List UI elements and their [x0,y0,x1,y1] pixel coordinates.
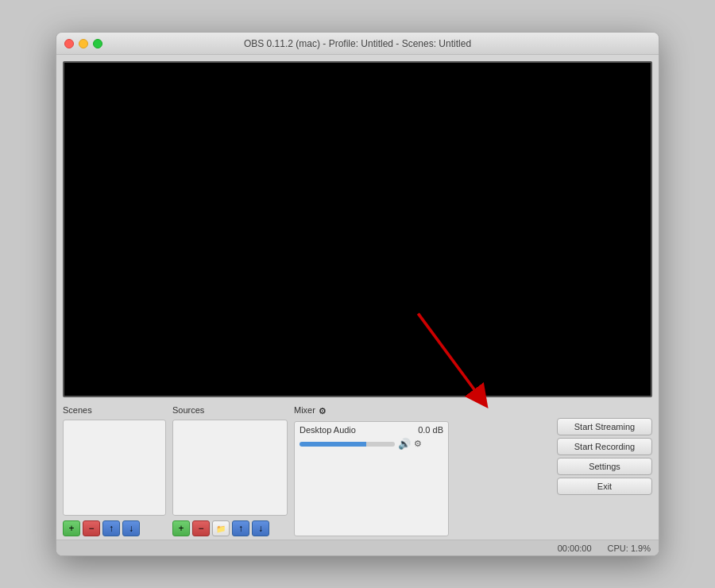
scenes-add-button[interactable]: + [63,520,80,536]
sources-edit-button[interactable]: 📁 [212,520,230,536]
channel-gear-icon[interactable]: ⚙ [414,439,422,449]
mixer-label-row: Mixer ⚙ [294,405,449,416]
mixer-label: Mixer [294,405,315,415]
bottom-panel: Scenes + − ↑ ↓ Sources + − 📁 ↑ ↓ [56,400,659,540]
scenes-label: Scenes [63,405,166,415]
obs-window: OBS 0.11.2 (mac) - Profile: Untitled - S… [56,32,659,556]
sources-label: Sources [172,405,288,415]
sources-section: Sources + − 📁 ↑ ↓ [172,405,288,536]
window-title: OBS 0.11.2 (mac) - Profile: Untitled - S… [244,38,471,49]
preview-canvas [64,63,651,396]
settings-button[interactable]: Settings [557,458,652,475]
sources-up-button[interactable]: ↑ [232,520,249,536]
start-recording-button[interactable]: Start Recording [557,438,652,455]
exit-button[interactable]: Exit [557,478,652,495]
sources-add-button[interactable]: + [172,520,190,536]
time-display: 00:00:00 [558,544,592,553]
minimize-button[interactable] [79,39,88,48]
sources-down-button[interactable]: ↓ [252,520,269,536]
audio-slider[interactable] [300,442,395,447]
statusbar: 00:00:00 CPU: 1.9% [56,540,659,555]
scenes-list[interactable] [63,420,166,516]
scenes-remove-button[interactable]: − [83,520,100,536]
maximize-button[interactable] [93,39,102,48]
traffic-lights [64,39,102,48]
mixer-content: Desktop Audio 0.0 dB 🔊 ⚙ [294,421,449,536]
scenes-down-button[interactable]: ↓ [122,520,140,536]
scenes-toolbar: + − ↑ ↓ [63,520,166,536]
action-buttons: Start Streaming Start Recording Settings… [557,418,652,495]
sources-toolbar: + − 📁 ↑ ↓ [172,520,288,536]
preview-area [63,61,652,397]
sources-list[interactable] [172,420,288,516]
sources-remove-button[interactable]: − [192,520,210,536]
scenes-up-button[interactable]: ↑ [102,520,120,536]
audio-channel-name: Desktop Audio [300,425,356,435]
mixer-gear-icon[interactable]: ⚙ [319,406,327,416]
start-streaming-button[interactable]: Start Streaming [557,418,652,435]
audio-slider-row: 🔊 ⚙ [300,438,443,450]
audio-channel-row: Desktop Audio 0.0 dB [300,425,443,435]
right-section: Start Streaming Start Recording Settings… [455,405,652,536]
titlebar: OBS 0.11.2 (mac) - Profile: Untitled - S… [56,33,659,55]
scenes-section: Scenes + − ↑ ↓ [63,405,166,536]
mixer-section: Mixer ⚙ Desktop Audio 0.0 dB 🔊 ⚙ [294,405,449,536]
speaker-icon[interactable]: 🔊 [398,438,411,450]
close-button[interactable] [64,39,74,48]
audio-channel-db: 0.0 dB [418,425,443,435]
cpu-display: CPU: 1.9% [608,544,651,553]
